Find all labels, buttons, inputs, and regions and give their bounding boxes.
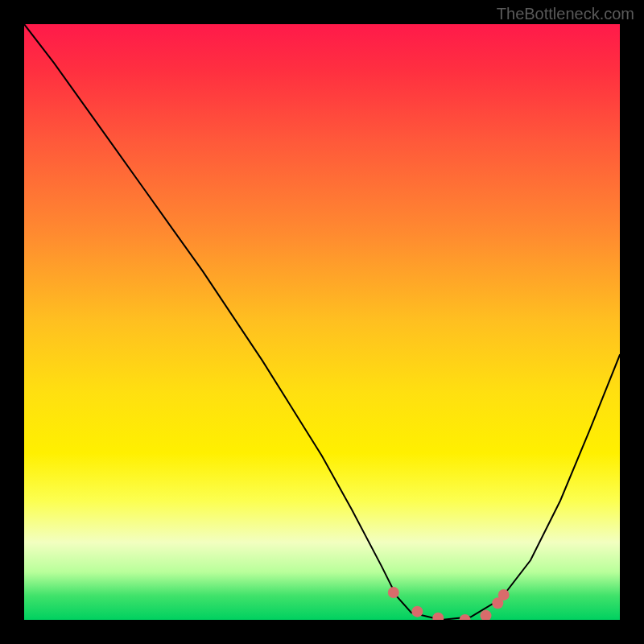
highlight-dot bbox=[388, 587, 399, 598]
highlight-dot bbox=[411, 606, 423, 617]
highlight-dot bbox=[481, 610, 492, 620]
highlight-dot bbox=[432, 613, 444, 620]
chart-plot-area bbox=[24, 24, 620, 620]
watermark-text: TheBottleneck.com bbox=[497, 5, 634, 23]
highlight-dot bbox=[460, 614, 471, 620]
chart-svg bbox=[24, 24, 620, 620]
highlight-dots-group bbox=[388, 587, 510, 620]
highlight-dot bbox=[498, 589, 510, 601]
chart-frame: TheBottleneck.com bbox=[0, 0, 644, 644]
curve-line bbox=[24, 24, 620, 620]
